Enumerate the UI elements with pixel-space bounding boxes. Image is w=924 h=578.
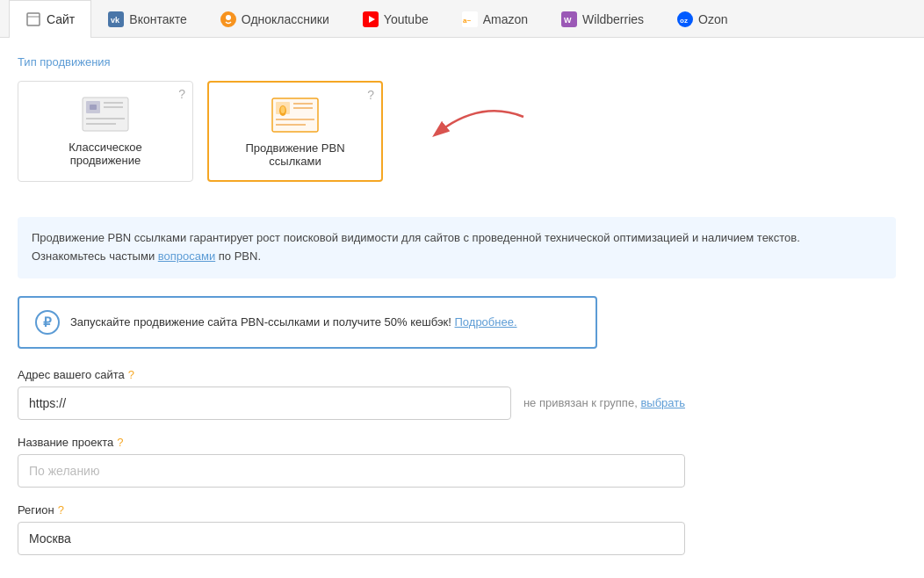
project-help-icon[interactable]: ? — [117, 436, 123, 449]
classic-card-icon — [79, 94, 132, 134]
vk-icon: vk — [108, 11, 124, 27]
promo-banner: ₽ Запускайте продвижение сайта PBN-ссылк… — [18, 296, 597, 349]
tab-amazon[interactable]: a~ Amazon — [445, 0, 545, 38]
info-box: Продвижение PBN ссылками гарантирует рос… — [18, 217, 896, 278]
info-text: Продвижение PBN ссылками гарантирует рос… — [32, 231, 800, 263]
pbn-help-icon[interactable]: ? — [367, 88, 374, 102]
classic-help-icon[interactable]: ? — [178, 87, 185, 101]
address-help-icon[interactable]: ? — [128, 368, 134, 381]
site-icon — [25, 11, 41, 27]
project-input[interactable] — [18, 454, 685, 488]
tab-ok[interactable]: Одноклассники — [204, 0, 346, 38]
tab-ok-label: Одноклассники — [242, 12, 329, 26]
project-label-text: Название проекта — [18, 436, 113, 449]
tab-youtube-label: Youtube — [384, 12, 429, 26]
info-text-after: по PBN. — [215, 249, 261, 263]
promo-card-classic[interactable]: ? Классическое продвиж — [18, 81, 193, 182]
promo-banner-main-text: Запускайте продвижение сайта PBN-ссылкам… — [70, 315, 455, 329]
promo-ruble-icon: ₽ — [35, 310, 60, 335]
address-field-row: не привязан к группе, выбрать — [18, 387, 685, 420]
svg-rect-0 — [27, 13, 40, 25]
region-label-text: Регион — [18, 503, 54, 517]
not-bound-text: не привязан к группе, выбрать — [523, 396, 685, 409]
pbn-card-label: Продвижение PBN ссылками — [223, 141, 367, 168]
tab-ozon-label: Ozon — [698, 12, 727, 26]
yt-icon — [363, 11, 379, 27]
tab-amazon-label: Amazon — [483, 12, 528, 26]
arrow-svg — [409, 108, 532, 152]
not-bound-label: не привязан к группе, — [523, 396, 638, 409]
pbn-card-icon — [269, 95, 321, 134]
address-label-text: Адрес вашего сайта — [18, 368, 125, 381]
tab-site-label: Сайт — [47, 12, 75, 26]
pbn-faq-link[interactable]: вопросами — [158, 249, 215, 263]
region-input[interactable] — [18, 522, 685, 555]
ok-icon — [220, 11, 236, 27]
region-help-icon[interactable]: ? — [58, 503, 64, 517]
svg-text:oz: oz — [680, 17, 688, 25]
tab-site[interactable]: Сайт — [9, 0, 91, 38]
classic-card-label: Классическое продвижение — [32, 141, 178, 167]
amz-icon: a~ — [462, 11, 478, 27]
project-form-group: Название проекта ? — [18, 436, 685, 488]
tabs-bar: Сайт vk Вконтакте Одноклассники — [0, 0, 924, 38]
address-form-group: Адрес вашего сайта ? не привязан к групп… — [18, 368, 685, 420]
promo-card-pbn[interactable]: ? Продв — [207, 81, 383, 182]
select-group-link[interactable]: выбрать — [640, 396, 685, 409]
region-label: Регион ? — [18, 503, 685, 517]
tab-wildberries-label: Wildberries — [582, 12, 644, 26]
oz-icon: oz — [677, 11, 693, 27]
tab-vk-label: Вконтакте — [129, 12, 187, 26]
page: Сайт vk Вконтакте Одноклассники — [0, 0, 924, 578]
tab-vk[interactable]: vk Вконтакте — [91, 0, 204, 38]
arrow-container — [409, 108, 532, 155]
address-input[interactable] — [18, 387, 511, 420]
svg-text:a~: a~ — [463, 17, 471, 25]
svg-point-24 — [281, 106, 285, 113]
promo-banner-link[interactable]: Подробнее. — [455, 315, 517, 329]
tab-youtube[interactable]: Youtube — [346, 0, 445, 38]
svg-text:vk: vk — [111, 16, 120, 25]
tab-ozon[interactable]: oz Ozon — [661, 0, 744, 38]
promo-type-label: Тип продвижения — [18, 55, 906, 69]
address-label: Адрес вашего сайта ? — [18, 368, 685, 381]
svg-point-5 — [226, 15, 231, 20]
promo-cards: ? Классическое продвиж — [18, 81, 383, 182]
svg-text:W: W — [564, 16, 572, 25]
promo-banner-text: Запускайте продвижение сайта PBN-ссылкам… — [70, 315, 517, 329]
tab-wildberries[interactable]: W Wildberries — [545, 0, 661, 38]
wb-icon: W — [561, 11, 577, 27]
region-form-group: Регион ? — [18, 503, 685, 555]
svg-rect-20 — [90, 105, 97, 110]
main-content: Тип продвижения ? — [0, 38, 924, 578]
project-label: Название проекта ? — [18, 436, 685, 449]
